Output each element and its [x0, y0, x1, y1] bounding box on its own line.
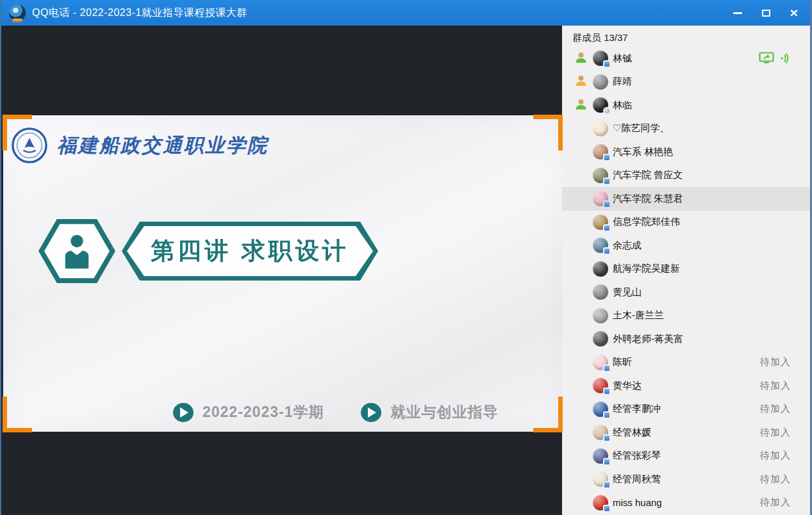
member-row[interactable]: 航海学院吴建新	[562, 258, 810, 281]
member-row[interactable]: miss huang待加入	[562, 491, 810, 515]
title-bar[interactable]: QQ电话 - 2022-2023-1就业指导课程授课大群 ×	[1, 0, 810, 26]
member-avatar	[593, 471, 608, 487]
member-name: 经管李鹏冲	[613, 403, 661, 415]
member-row[interactable]: 余志成	[562, 234, 810, 258]
member-avatar	[593, 284, 608, 300]
member-row[interactable]: 经管张彩琴待加入	[562, 445, 810, 468]
course-label: 就业与创业指导	[390, 402, 498, 422]
member-avatar	[593, 238, 608, 253]
member-avatar	[593, 355, 608, 370]
away-badge-icon	[603, 107, 611, 115]
minimize-icon	[733, 12, 742, 14]
mobile-badge-icon	[603, 388, 611, 395]
member-list: 林铖薛靖林临♡陈艺同学、汽车系 林艳艳汽车学院 曾应文汽车学院 朱慧君信息学院郑…	[562, 47, 810, 515]
member-avatar	[593, 331, 608, 347]
mobile-badge-icon	[603, 505, 611, 512]
member-row[interactable]: 经管李鹏冲待加入	[562, 398, 810, 421]
member-row[interactable]: 汽车学院 曾应文	[562, 164, 810, 188]
pending-status: 待加入	[760, 450, 791, 462]
member-name: miss huang	[613, 497, 662, 508]
member-name: 经管周秋莺	[613, 473, 661, 486]
school-emblem-icon	[11, 127, 48, 164]
member-avatar	[593, 308, 608, 323]
member-avatar	[593, 144, 608, 159]
member-name: 黄见山	[613, 286, 642, 298]
presentation-slide: 福建船政交通职业学院 第四讲	[3, 115, 562, 432]
mobile-badge-icon	[603, 60, 611, 68]
member-avatar	[593, 448, 608, 464]
member-row[interactable]: 土木-唐兰兰	[562, 304, 810, 328]
pending-status: 待加入	[760, 403, 791, 415]
member-name: 经管林媛	[613, 427, 651, 439]
pending-status: 待加入	[760, 496, 791, 509]
member-role-icon-green	[575, 98, 593, 113]
member-row[interactable]: ♡陈艺同学、	[562, 117, 810, 141]
member-name: 汽车学院 曾应文	[613, 169, 683, 181]
screen-share-stage: 福建船政交通职业学院 第四讲	[1, 26, 562, 515]
lecture-title-banner: 第四讲 求职设计	[122, 222, 378, 281]
mobile-badge-icon	[603, 224, 611, 232]
mobile-badge-icon	[603, 154, 611, 161]
semester-label: 2022-2023-1学期	[203, 402, 324, 422]
qq-call-window: QQ电话 - 2022-2023-1就业指导课程授课大群 ×	[0, 0, 812, 515]
member-avatar	[593, 425, 608, 440]
speaking-audio-icon	[779, 53, 791, 64]
mobile-badge-icon	[603, 364, 611, 372]
member-name: 黄华达	[613, 380, 642, 392]
member-avatar	[593, 261, 608, 277]
member-row[interactable]: 汽车学院 朱慧君	[562, 187, 810, 211]
close-button[interactable]: ×	[784, 4, 804, 22]
school-name: 福建船政交通职业学院	[57, 133, 269, 159]
member-row[interactable]: 经管周秋莺待加入	[562, 468, 810, 491]
member-name: 航海学院吴建新	[613, 263, 680, 275]
screen-sharing-icon	[759, 52, 774, 65]
mobile-badge-icon	[603, 481, 611, 489]
member-row[interactable]: 薛靖	[562, 70, 810, 94]
maximize-icon	[762, 10, 770, 17]
member-avatar	[593, 51, 608, 66]
mobile-badge-icon	[603, 434, 611, 442]
member-avatar	[593, 121, 608, 136]
member-name: 外聘老师-蒋美富	[613, 333, 683, 345]
minimize-button[interactable]	[728, 4, 747, 22]
lecture-title-block: 第四讲 求职设计	[38, 218, 526, 284]
member-row[interactable]: 林铖	[562, 47, 810, 70]
pending-status: 待加入	[760, 380, 791, 392]
mobile-badge-icon	[603, 411, 611, 419]
window-title: QQ电话 - 2022-2023-1就业指导课程授课大群	[32, 6, 247, 20]
qq-video-call-icon	[9, 4, 26, 21]
school-logo: 福建船政交通职业学院	[11, 127, 269, 164]
member-avatar	[593, 378, 608, 393]
member-row[interactable]: 外聘老师-蒋美富	[562, 327, 810, 351]
mobile-badge-icon	[603, 200, 611, 208]
member-name: 土木-唐兰兰	[613, 309, 664, 322]
member-row[interactable]: 陈昕待加入	[562, 351, 810, 375]
member-avatar	[593, 168, 608, 183]
pending-status: 待加入	[760, 427, 791, 439]
pending-status: 待加入	[760, 473, 791, 486]
slide-corner-marker	[3, 396, 32, 432]
member-name: 汽车系 林艳艳	[613, 146, 673, 158]
member-avatar	[593, 97, 608, 113]
play-bullet-icon	[361, 403, 381, 422]
member-name: 信息学院郑佳伟	[613, 216, 680, 228]
mobile-badge-icon	[603, 177, 611, 185]
slide-subtitle-row: 2022-2023-1学期 就业与创业指导	[173, 402, 498, 422]
member-role-icon-yellow	[575, 74, 593, 89]
member-role-icon-green	[575, 51, 593, 66]
member-row[interactable]: 汽车系 林艳艳	[562, 140, 810, 164]
member-sidebar: 群成员 13/37 林铖薛靖林临♡陈艺同学、汽车系 林艳艳汽车学院 曾应文汽车学…	[562, 26, 810, 515]
member-name: 经管张彩琴	[613, 450, 661, 462]
member-avatar	[593, 191, 608, 206]
member-name: 陈昕	[613, 356, 632, 368]
member-row[interactable]: 黄华达待加入	[562, 374, 810, 398]
member-row[interactable]: 林临	[562, 94, 810, 117]
member-count-header: 群成员 13/37	[562, 26, 810, 47]
member-row[interactable]: 信息学院郑佳伟	[562, 211, 810, 234]
maximize-button[interactable]	[756, 4, 775, 22]
person-hexagon	[38, 218, 115, 284]
member-avatar	[593, 402, 608, 417]
member-row[interactable]: 经管林媛待加入	[562, 421, 810, 445]
lecture-title: 第四讲 求职设计	[151, 235, 349, 267]
member-row[interactable]: 黄见山	[562, 281, 810, 304]
